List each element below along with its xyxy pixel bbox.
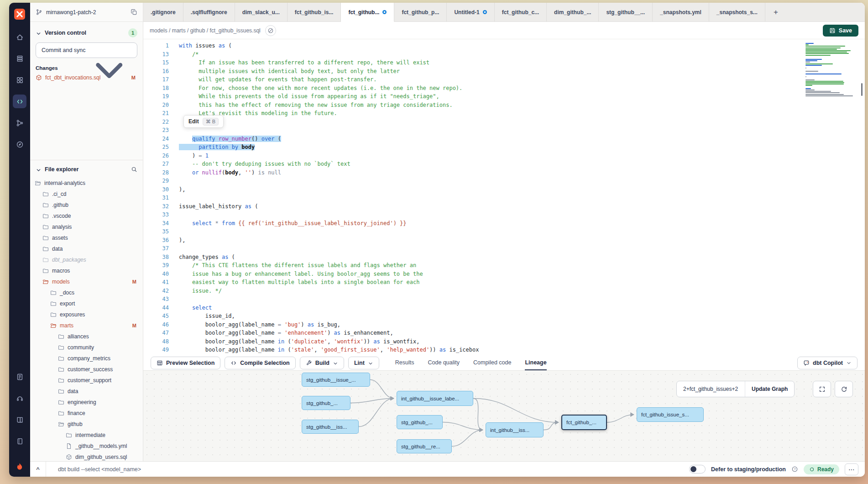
editor-tab[interactable]: fct_github_p... xyxy=(394,3,447,21)
editor-tab[interactable]: .sqlfluffignore xyxy=(183,3,235,21)
file-tree-item[interactable]: _docs xyxy=(30,287,143,298)
editor-tab[interactable]: dim_slack_u... xyxy=(235,3,288,21)
editor-tab[interactable]: _snapshots.yml xyxy=(653,3,709,21)
lineage-node[interactable]: stg_github_... xyxy=(397,415,443,429)
update-graph-button[interactable]: Update Graph xyxy=(745,381,794,397)
minimap[interactable] xyxy=(805,43,855,97)
preview-selection-button[interactable]: Preview Selection xyxy=(151,357,220,369)
edit-tooltip[interactable]: Edit ⌘ B xyxy=(183,115,224,128)
file-tree-item[interactable]: .github xyxy=(30,200,143,210)
line-number: 33 xyxy=(143,210,169,219)
editor-tab[interactable]: fct_github_c... xyxy=(495,3,547,21)
commit-and-sync-dropdown[interactable]: Commit and sync xyxy=(36,42,137,58)
nav-notebook[interactable] xyxy=(13,434,26,448)
editor-tab[interactable]: fct_github... xyxy=(341,3,394,22)
lineage-node[interactable]: stg_github__iss... xyxy=(302,420,359,434)
file-tree-item[interactable]: customer_success xyxy=(30,364,143,375)
file-tree-item[interactable]: customer_support xyxy=(30,375,143,386)
file-tree-item[interactable]: .ci_cd xyxy=(30,189,143,200)
refresh-button[interactable] xyxy=(835,381,853,397)
help-icon[interactable]: ? xyxy=(791,466,798,473)
lineage-node[interactable]: fct_github_... xyxy=(561,415,607,430)
code-editor[interactable]: 1with issues as ( 13 /* 15 If an issue h… xyxy=(143,39,865,355)
file-tree-item[interactable]: marts M xyxy=(30,320,143,331)
file-tree-item[interactable]: dim_github_users.sql xyxy=(30,452,143,461)
file-tree-item[interactable]: finance xyxy=(30,408,143,419)
edit-tooltip-shortcut: ⌘ B xyxy=(203,118,219,126)
file-tree-item[interactable]: intermediate xyxy=(30,430,143,441)
panel-tab-compiled-code[interactable]: Compiled code xyxy=(473,355,511,370)
editor-tab[interactable]: fct_github_is... xyxy=(288,3,341,21)
lineage-node[interactable]: fct_github_issue_s... xyxy=(637,407,704,422)
copy-branch-icon[interactable] xyxy=(131,9,137,16)
file-tree-item[interactable]: community xyxy=(30,342,143,353)
line-number: 41 xyxy=(143,278,169,287)
fullscreen-button[interactable] xyxy=(813,381,831,397)
chevron-down-icon[interactable] xyxy=(36,167,42,173)
panel-tab-code-quality[interactable]: Code quality xyxy=(428,355,460,370)
panel-tab-lineage[interactable]: Lineage xyxy=(525,355,546,370)
nav-explore[interactable] xyxy=(13,137,26,151)
build-button[interactable]: Build xyxy=(300,357,344,369)
modified-badge: M xyxy=(132,279,136,284)
dbt-command-text[interactable]: dbt build --select <model_name> xyxy=(58,466,141,473)
file-tree-item[interactable]: github xyxy=(30,419,143,430)
chevron-down-icon[interactable] xyxy=(36,30,42,36)
nav-support[interactable] xyxy=(13,391,26,405)
nav-home[interactable] xyxy=(13,30,26,44)
lint-button[interactable]: Lint xyxy=(348,357,379,369)
new-tab-button[interactable]: + xyxy=(765,3,786,21)
lineage-node[interactable]: stg_github__issue_... xyxy=(302,373,370,387)
editor-scrollbar[interactable] xyxy=(861,83,863,96)
file-tree-item[interactable]: data xyxy=(30,386,143,397)
folder-icon xyxy=(58,366,64,373)
file-tree-item[interactable]: dbt_packages xyxy=(30,254,143,265)
nav-docs[interactable] xyxy=(13,413,26,426)
more-options-button[interactable]: ⋯ xyxy=(845,463,858,475)
file-tree-item[interactable]: exposures xyxy=(30,309,143,320)
file-tree-item[interactable]: analysis xyxy=(30,221,143,232)
code-line: 41 easiest way to flatten multiple label… xyxy=(143,278,865,287)
file-tree-item[interactable]: engineering xyxy=(30,397,143,408)
file-tree-item[interactable]: alliances xyxy=(30,331,143,342)
defer-toggle[interactable] xyxy=(689,465,706,473)
compile-selection-button[interactable]: Compile Selection xyxy=(225,357,295,369)
expand-command-bar-button[interactable]: ^ xyxy=(30,462,46,477)
save-button[interactable]: Save xyxy=(823,25,858,37)
tab-label: _snapshots_s... xyxy=(716,9,758,16)
code-area: 1with issues as ( 13 /* 15 If an issue h… xyxy=(143,39,865,354)
nav-orchestration[interactable] xyxy=(13,116,26,130)
lineage-node[interactable]: stg_github_... xyxy=(302,396,350,410)
panel-tab-results[interactable]: Results xyxy=(395,355,414,370)
file-tree-item[interactable]: data xyxy=(30,243,143,254)
file-tree-item[interactable]: .vscode xyxy=(30,210,143,221)
nav-warehouse[interactable] xyxy=(13,52,26,65)
file-tree-item[interactable]: _github__models.yml xyxy=(30,441,143,452)
changed-file-row[interactable]: fct_dbt_invocations.sql M xyxy=(36,74,137,81)
status-ready-badge[interactable]: Ready xyxy=(804,464,839,474)
lineage-node[interactable]: stg_github__re... xyxy=(397,439,452,453)
file-tree-item[interactable]: internal-analytics xyxy=(30,178,143,189)
nav-apps[interactable] xyxy=(13,73,26,87)
code-line: 36), xyxy=(143,236,865,245)
editor-tab[interactable]: Untitled-1 xyxy=(447,3,494,21)
nav-develop[interactable] xyxy=(13,95,26,108)
file-tree-item[interactable]: export xyxy=(30,298,143,309)
file-tree-item[interactable]: macros xyxy=(30,265,143,276)
editor-tab[interactable]: dim_github_... xyxy=(547,3,599,21)
line-number: 40 xyxy=(143,270,169,279)
file-tree-item[interactable]: assets xyxy=(30,232,143,243)
file-tree-item[interactable]: models M xyxy=(30,276,143,287)
copilot-inline-button[interactable] xyxy=(265,25,276,36)
editor-tab[interactable]: _snapshots_s... xyxy=(709,3,765,21)
dbt-copilot-button[interactable]: dbt Copilot xyxy=(797,357,858,369)
editor-tab[interactable]: .gitignore xyxy=(143,3,183,21)
tab-label: fct_github_is... xyxy=(295,9,334,16)
graph-selector-input[interactable]: 2+fct_github_issues+2 xyxy=(677,381,745,397)
search-icon[interactable] xyxy=(131,166,137,173)
nav-catalog[interactable] xyxy=(13,370,26,384)
lineage-node[interactable]: int_github__issue_labe... xyxy=(397,391,473,406)
file-tree-item[interactable]: company_metrics xyxy=(30,353,143,364)
editor-tab[interactable]: stg_github__... xyxy=(599,3,653,21)
lineage-node[interactable]: int_github__iss... xyxy=(486,422,544,437)
